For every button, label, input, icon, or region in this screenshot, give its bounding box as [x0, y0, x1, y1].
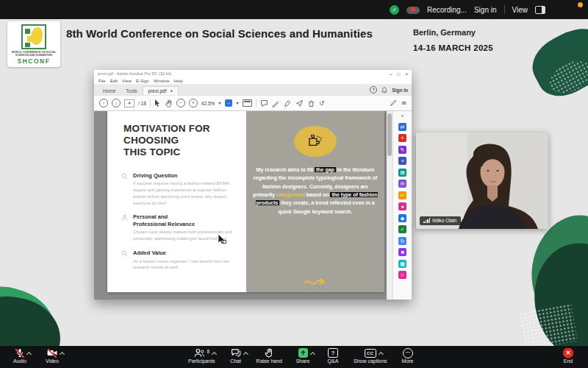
tool-icon[interactable]: ☆ — [398, 271, 406, 279]
reading-mode-icon[interactable] — [243, 99, 252, 107]
meeting-window: ✓ Recording... Sign in View WORLD CONFER… — [0, 0, 588, 368]
tool-icon[interactable]: ✓ — [398, 225, 406, 233]
qa-button[interactable]: ? Q&A — [323, 348, 343, 364]
tool-icon[interactable]: ✂ — [398, 191, 406, 199]
magnifier-icon — [121, 173, 128, 180]
participants-count: 8 — [207, 349, 209, 354]
tool-icon[interactable]: ▦ — [398, 260, 406, 268]
view-layout-icon[interactable] — [535, 6, 545, 14]
fit-caret-icon[interactable] — [236, 102, 239, 105]
audio-chevron-icon[interactable] — [26, 352, 32, 357]
trash-icon[interactable] — [307, 99, 315, 107]
logo-caption: WORLD CONFERENCE ON SOCIAL SCIENCES AND … — [7, 51, 60, 57]
panel-text: My research aims to fill the gap in the … — [253, 166, 378, 216]
menu-edit[interactable]: Edit — [110, 79, 118, 83]
captions-chevron-icon[interactable] — [379, 352, 384, 357]
tool-icon[interactable]: ✉ — [398, 180, 406, 188]
maximize-icon[interactable]: □ — [397, 71, 400, 77]
tool-icon[interactable]: ✎ — [398, 146, 406, 154]
scrollbar-thumb[interactable] — [387, 113, 392, 156]
acrobat-titlebar: prezi.pdf - Adobe Acrobat Pro DC (32-bit… — [94, 70, 412, 77]
zoom-level[interactable]: 42.5% — [201, 101, 215, 106]
participants-icon — [193, 348, 205, 358]
recording-status: Recording... — [427, 6, 467, 14]
audio-label: Audio — [13, 358, 26, 364]
share-button[interactable]: Share — [293, 348, 312, 364]
slide-left-panel: MOTIVATION FOR CHOOSING THIS TOPIC Drivi… — [107, 111, 246, 292]
tab-document[interactable]: prezi.pdf × — [143, 86, 179, 95]
view-button[interactable]: View — [512, 6, 528, 14]
acrobat-sign-in[interactable]: Sign In — [392, 88, 408, 93]
tool-icon[interactable]: + — [398, 134, 406, 142]
fill-sign-icon[interactable] — [284, 99, 292, 107]
recording-cloud-icon — [406, 5, 420, 14]
collapse-sidebar-icon[interactable]: « — [401, 113, 404, 119]
qa-icon: ? — [328, 348, 338, 358]
envelope-icon[interactable]: ✉ — [401, 100, 406, 107]
select-tool-icon[interactable] — [154, 99, 161, 107]
tool-icon[interactable]: ↻ — [398, 237, 406, 245]
panel-text-segment: categorized — [276, 192, 305, 197]
tool-icon[interactable]: ◆ — [398, 214, 406, 222]
sign-in-button[interactable]: Sign in — [474, 6, 497, 14]
panel-text-segment: based on — [305, 192, 331, 197]
fit-width-icon[interactable]: ↔ — [225, 99, 232, 107]
slide-title: MOTIVATION FOR CHOOSING THIS TOPIC — [123, 123, 246, 159]
tool-icon[interactable]: ■ — [398, 248, 406, 256]
acrobat-toolbar: ↑ ↓ 4 / 18 − + 42.5% ↔ ↺ ✉ — [94, 95, 412, 111]
next-page-icon[interactable]: ↓ — [112, 99, 121, 107]
tab-close-icon[interactable]: × — [170, 88, 173, 93]
participant-name: Ildiko Olah — [432, 218, 456, 223]
menu-file[interactable]: File — [98, 79, 106, 83]
end-label: End — [564, 358, 573, 364]
tool-icon[interactable]: ≡ — [398, 157, 406, 165]
more-label: More — [402, 358, 414, 364]
participant-video — [416, 132, 548, 229]
logo-square-3 — [25, 43, 30, 47]
close-icon[interactable]: × — [405, 71, 408, 77]
bell-icon[interactable] — [381, 87, 387, 93]
slide-item-added-value: Added Value As a fashion event organizer… — [107, 246, 246, 275]
panel-text-segment: they create, a trend reflected even in a… — [278, 200, 374, 213]
pdf-slide: MOTIVATION FOR CHOOSING THIS TOPIC Drivi… — [107, 111, 384, 292]
undo-icon[interactable]: ↺ — [319, 100, 324, 107]
captions-button[interactable]: CC Show captions — [354, 348, 387, 364]
tool-icon[interactable]: ▤ — [398, 169, 406, 177]
panel-text-segment: the gap — [315, 167, 336, 172]
chat-chevron-icon[interactable] — [243, 352, 248, 357]
audio-button[interactable]: Audio — [10, 348, 29, 364]
logo-square-1 — [25, 29, 30, 34]
end-meeting-button[interactable]: ✕ End — [559, 348, 578, 364]
tab-home[interactable]: Home — [98, 87, 121, 95]
hand-tool-icon[interactable] — [165, 99, 173, 107]
tool-icon[interactable]: ● — [398, 202, 406, 210]
menu-window[interactable]: Window — [154, 79, 169, 83]
pencil-icon[interactable] — [272, 99, 280, 107]
send-share-icon[interactable] — [295, 99, 304, 107]
video-chevron-icon[interactable] — [60, 352, 65, 357]
share-chevron-icon[interactable] — [309, 352, 315, 357]
menu-help[interactable]: Help — [173, 79, 182, 83]
more-button[interactable]: ⋯ More — [398, 348, 417, 364]
zoom-in-icon[interactable]: + — [189, 99, 198, 107]
menu-esign[interactable]: E-Sign — [136, 79, 149, 83]
participants-button[interactable]: 8 Participants — [188, 348, 215, 364]
page-number-input[interactable]: 4 — [124, 99, 135, 107]
minimize-icon[interactable]: – — [390, 71, 392, 77]
raise-hand-button[interactable]: Raise hand — [257, 348, 282, 364]
tool-icon[interactable]: ⇄ — [398, 123, 406, 131]
previous-page-icon[interactable]: ↑ — [99, 99, 108, 107]
chat-button[interactable]: Chat — [226, 348, 245, 364]
comment-icon[interactable] — [260, 99, 268, 107]
magnifier-icon — [121, 250, 128, 257]
menu-view[interactable]: View — [122, 79, 132, 83]
video-button[interactable]: Video — [43, 348, 62, 364]
more-icon: ⋯ — [403, 348, 413, 358]
zoom-out-icon[interactable]: − — [176, 99, 185, 107]
zoom-caret-icon[interactable] — [218, 102, 221, 105]
help-icon[interactable]: ? — [370, 86, 377, 93]
tab-tools[interactable]: Tools — [121, 87, 142, 95]
participants-chevron-icon[interactable] — [212, 352, 217, 357]
document-scrollbar[interactable] — [387, 111, 392, 300]
draw-icon[interactable] — [390, 99, 397, 107]
